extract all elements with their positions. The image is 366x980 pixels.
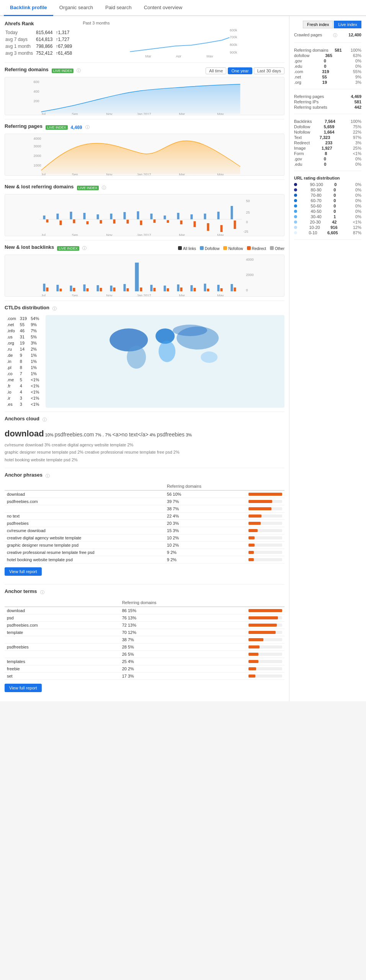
at-term-6: [5, 650, 120, 658]
svg-text:Mar: Mar: [145, 54, 152, 57]
svg-text:400: 400: [34, 90, 39, 93]
at-domains-5: 28 5%: [120, 643, 246, 650]
ctlds-title: CTLDs distribution: [5, 305, 49, 310]
svg-rect-75: [110, 286, 113, 291]
view-report-terms-btn[interactable]: View full report: [5, 684, 42, 692]
anchor-phrases-table: Referring domains download 56 10% psdfre…: [5, 482, 284, 564]
ap-header-row: Referring domains: [5, 482, 284, 490]
rank-row-7days: avg 7 days 614,813 ↑1,727: [5, 36, 74, 42]
svg-rect-82: [204, 284, 206, 291]
url-rating-range-0: 90-100: [310, 182, 323, 187]
svg-text:May: May: [217, 112, 224, 115]
at-bar-8: [246, 665, 284, 672]
anchors-cloud-content: download 10% psdfreebies.com 7% . 7% <a>…: [5, 426, 284, 464]
svg-rect-87: [73, 288, 75, 291]
ap-row: psdfreebies.com 39 7%: [5, 498, 284, 505]
view-report-phrases-btn[interactable]: View full report: [5, 567, 42, 576]
url-rating-row-7: 20-30 42 <1%: [294, 219, 361, 225]
svg-text:Sep: Sep: [72, 173, 78, 176]
anchor-pct-psdfreebies: 7%: [95, 433, 101, 437]
svg-rect-80: [177, 284, 180, 291]
svg-text:2000: 2000: [246, 273, 254, 277]
ap-row: cv/resume download 15 3%: [5, 527, 284, 534]
svg-text:Jul: Jul: [41, 294, 46, 297]
url-rating-count-6: 1: [333, 214, 336, 219]
rp-bl-image-val: 1,927: [322, 146, 332, 150]
tab-backlink-profile[interactable]: Backlink profile: [4, 0, 53, 16]
svg-rect-91: [127, 288, 129, 291]
svg-rect-81: [191, 285, 193, 291]
rp-bl-gov-val: 0: [324, 157, 326, 161]
rp-backlinks: Backlinks 7,564 100% Dofollow5,65975% No…: [294, 119, 361, 171]
ap-domains-9: 9 2%: [165, 556, 246, 563]
url-rating-range-7: 20-30: [310, 220, 321, 224]
url-rating-dot-7: [294, 220, 299, 224]
url-rating-row-3: 60-70 0 0%: [294, 198, 361, 203]
svg-rect-85: [46, 287, 49, 291]
new-lost-backlinks-section: New & lost backlinks LIVE INDEX ⓘ All li…: [5, 244, 284, 297]
anchor-word-hotel: hotel booking website template psd 2%: [5, 457, 78, 462]
at-title: Anchor terms: [5, 588, 37, 594]
referring-domains-title: Referring domains: [5, 67, 49, 72]
at-domains-1: 76 13%: [120, 614, 246, 621]
anchors-cloud-info-icon: ⓘ: [42, 417, 47, 423]
anchor-word-download: download: [5, 429, 44, 438]
rank-row-today: Today 815,644 ↑1,317: [5, 29, 74, 36]
rp-rd-net-label: .net: [294, 75, 301, 79]
url-rating-count-4: 0: [333, 204, 336, 208]
ctld-row: .fr4<1%: [5, 383, 41, 389]
rp-bl-form-val: 8: [325, 151, 327, 156]
tab-paid-search[interactable]: Paid search: [99, 0, 138, 16]
divider-6: [5, 412, 284, 412]
ctlds-header: CTLDs distribution ⓘ: [5, 305, 284, 313]
svg-rect-45: [46, 219, 49, 222]
left-panel: Ahrefs Rank Today 815,644 ↑1,317 avg 7 d…: [0, 16, 289, 701]
filter-all-time[interactable]: All time: [206, 67, 226, 74]
svg-text:May: May: [217, 173, 224, 176]
legend-nofollow: Nofollow: [223, 246, 243, 251]
rank-chart-svg: 600k 700k 800k 900k Mar Apr May: [83, 27, 284, 57]
ctld-row: .in81%: [5, 359, 41, 364]
tab-organic-search[interactable]: Organic search: [53, 0, 99, 16]
rank-row-1month: avg 1 month 798,866 ↑67,989: [5, 43, 74, 49]
ctld-row: .es3<1%: [5, 402, 41, 407]
svg-text:0: 0: [246, 288, 248, 292]
ap-domains-2: 38 7%: [165, 505, 246, 512]
filter-last-30[interactable]: Last 30 days: [254, 67, 284, 74]
rp-rd-com-label: .com: [294, 69, 303, 74]
svg-rect-93: [154, 288, 156, 291]
nlb-chart-area: 4000 2000 0: [5, 255, 284, 297]
at-domains-3: 70 12%: [120, 629, 246, 636]
url-rating-row-2: 70-80 0 0%: [294, 193, 361, 198]
svg-rect-53: [154, 219, 156, 223]
svg-text:Mar: Mar: [179, 173, 185, 176]
rp-bl-label: Backlinks: [294, 119, 312, 124]
ap-bar-9: [246, 556, 284, 563]
rank-chart-container: 600k 700k 800k 900k Mar Apr May: [83, 27, 284, 59]
fresh-index-btn[interactable]: Fresh index: [303, 21, 333, 28]
referring-domains-header: Referring domains LIVE INDEX ⓘ All time …: [5, 67, 284, 75]
tab-content-overview[interactable]: Content overview: [138, 0, 188, 16]
crawled-pages-value: 12,400: [348, 33, 361, 38]
filter-one-year[interactable]: One year: [228, 67, 252, 74]
url-rating-row-1: 80-90 0 0%: [294, 187, 361, 193]
ap-phrase-3: no text: [5, 512, 165, 519]
ctld-row: .io4<1%: [5, 389, 41, 395]
url-rating-dot-5: [294, 209, 299, 214]
svg-rect-41: [191, 214, 193, 219]
ap-domains-0: 56 10%: [165, 490, 246, 498]
anchor-pct-psdfreebies2: 3%: [186, 433, 192, 437]
url-rating-range-4: 50-60: [311, 204, 322, 208]
svg-point-111: [201, 351, 217, 363]
rp-rd-org-label: .org: [294, 80, 301, 85]
at-row: psd 76 13%: [5, 614, 284, 621]
nld-info-icon: ⓘ: [102, 185, 106, 191]
ap-info-icon: ⓘ: [46, 473, 50, 479]
at-term-5: psdfreebies: [5, 643, 120, 650]
live-index-btn[interactable]: Live index: [334, 21, 361, 28]
at-bar-9: [246, 672, 284, 679]
rp-chart-svg: 4000 3000 2000 1000 Jul: [5, 134, 284, 176]
rp-rd-org-val: 19: [322, 80, 327, 85]
crawled-info-icon: ⓘ: [333, 33, 337, 38]
url-rating-count-3: 0: [333, 198, 336, 203]
